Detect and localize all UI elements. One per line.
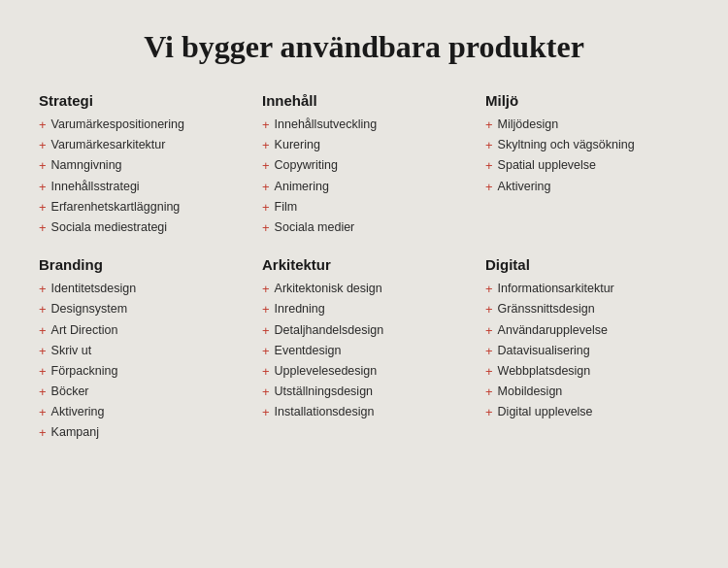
item-text: Inredning — [275, 301, 325, 318]
item-text: Namngivning — [51, 157, 122, 175]
category-items-digital: +Informationsarkitektur+Gränssnittsdesig… — [485, 281, 689, 421]
list-item: +Upplevelesedesign — [262, 363, 466, 381]
list-item: +Copywriting — [262, 157, 466, 175]
plus-icon: + — [485, 301, 493, 318]
item-text: Film — [275, 199, 298, 217]
category-title-miljo: Miljö — [485, 92, 689, 109]
page-container: Vi bygger användbara produkter Strategi+… — [0, 0, 728, 568]
category-items-innehall: +Innehållsutveckling+Kurering+Copywritin… — [262, 117, 466, 237]
item-text: Böcker — [51, 384, 89, 401]
plus-icon: + — [39, 424, 47, 442]
list-item: +Animering — [262, 179, 466, 196]
plus-icon: + — [485, 343, 493, 360]
list-item: +Datavisualisering — [485, 343, 689, 360]
plus-icon: + — [39, 137, 47, 154]
category-title-branding: Branding — [39, 256, 243, 273]
category-items-arkitektur: +Arkitektonisk design+Inredning+Detaljha… — [262, 281, 466, 421]
category-items-branding: +Identitetsdesign+Designsystem+Art Direc… — [39, 281, 243, 443]
list-item: +Skriv ut — [39, 343, 243, 360]
plus-icon: + — [262, 301, 270, 318]
list-item: +Mobildesign — [485, 384, 689, 401]
item-text: Aktivering — [51, 404, 105, 421]
category-innehall: Innehåll+Innehållsutveckling+Kurering+Co… — [262, 92, 466, 237]
list-item: +Installationsdesign — [262, 404, 466, 421]
list-item: +Digital upplevelse — [485, 404, 689, 421]
item-text: Datavisualisering — [498, 343, 590, 360]
item-text: Kampanj — [51, 424, 99, 442]
item-text: Animering — [275, 179, 329, 196]
list-item: +Miljödesign — [485, 117, 689, 134]
item-text: Webbplatsdesign — [498, 363, 591, 381]
plus-icon: + — [262, 157, 270, 175]
plus-icon: + — [262, 179, 270, 196]
list-item: +Sociala mediestrategi — [39, 219, 243, 237]
plus-icon: + — [262, 199, 270, 217]
list-item: +Sociala medier — [262, 219, 466, 237]
item-text: Användarupplevelse — [498, 322, 608, 340]
plus-icon: + — [262, 404, 270, 421]
list-item: +Art Direction — [39, 322, 243, 340]
categories-grid: Strategi+Varumärkespositionering+Varumär… — [39, 92, 689, 443]
plus-icon: + — [39, 179, 47, 196]
list-item: +Arkitektonisk design — [262, 281, 466, 298]
item-text: Eventdesign — [275, 343, 342, 360]
list-item: +Informationsarkitektur — [485, 281, 689, 298]
item-text: Spatial upplevelse — [498, 157, 596, 175]
item-text: Art Direction — [51, 322, 118, 340]
list-item: +Förpackning — [39, 363, 243, 381]
plus-icon: + — [39, 117, 47, 134]
list-item: +Aktivering — [485, 179, 689, 196]
plus-icon: + — [485, 157, 493, 175]
plus-icon: + — [485, 404, 493, 421]
item-text: Upplevelesedesign — [275, 363, 378, 381]
list-item: +Erfarenhetskartläggning — [39, 199, 243, 217]
item-text: Förpackning — [51, 363, 118, 381]
category-title-strategi: Strategi — [39, 92, 243, 109]
plus-icon: + — [262, 281, 270, 298]
list-item: +Skyltning och vägsökning — [485, 137, 689, 154]
item-text: Copywriting — [275, 157, 338, 175]
item-text: Digital upplevelse — [498, 404, 593, 421]
plus-icon: + — [262, 137, 270, 154]
plus-icon: + — [485, 179, 493, 196]
category-arkitektur: Arkitektur+Arkitektonisk design+Inrednin… — [262, 256, 466, 443]
category-strategi: Strategi+Varumärkespositionering+Varumär… — [39, 92, 243, 237]
list-item: +Identitetsdesign — [39, 281, 243, 298]
list-item: +Aktivering — [39, 404, 243, 421]
item-text: Kurering — [275, 137, 320, 154]
item-text: Skyltning och vägsökning — [498, 137, 635, 154]
plus-icon: + — [262, 363, 270, 381]
plus-icon: + — [262, 117, 270, 134]
plus-icon: + — [39, 363, 47, 381]
category-branding: Branding+Identitetsdesign+Designsystem+A… — [39, 256, 243, 443]
plus-icon: + — [485, 363, 493, 381]
category-items-strategi: +Varumärkespositionering+Varumärkesarkit… — [39, 117, 243, 237]
item-text: Designsystem — [51, 301, 128, 318]
item-text: Utställningsdesign — [275, 384, 373, 401]
list-item: +Webbplatsdesign — [485, 363, 689, 381]
category-title-digital: Digital — [485, 256, 689, 273]
list-item: +Spatial upplevelse — [485, 157, 689, 175]
category-title-innehall: Innehåll — [262, 92, 466, 109]
list-item: +Utställningsdesign — [262, 384, 466, 401]
item-text: Innehållsstrategi — [51, 179, 140, 196]
page-title: Vi bygger användbara produkter — [39, 29, 689, 65]
plus-icon: + — [39, 322, 47, 340]
list-item: +Användarupplevelse — [485, 322, 689, 340]
plus-icon: + — [39, 199, 47, 217]
item-text: Arkitektonisk design — [275, 281, 382, 298]
list-item: +Gränssnittsdesign — [485, 301, 689, 318]
list-item: +Detaljhandelsdesign — [262, 322, 466, 340]
item-text: Varumärkespositionering — [51, 117, 184, 134]
item-text: Identitetsdesign — [51, 281, 137, 298]
category-miljo: Miljö+Miljödesign+Skyltning och vägsökni… — [485, 92, 689, 237]
plus-icon: + — [262, 219, 270, 237]
plus-icon: + — [39, 281, 47, 298]
plus-icon: + — [39, 384, 47, 401]
item-text: Mobildesign — [498, 384, 563, 401]
plus-icon: + — [485, 117, 493, 134]
category-digital: Digital+Informationsarkitektur+Gränssnit… — [485, 256, 689, 443]
plus-icon: + — [485, 137, 493, 154]
plus-icon: + — [485, 281, 493, 298]
plus-icon: + — [262, 384, 270, 401]
